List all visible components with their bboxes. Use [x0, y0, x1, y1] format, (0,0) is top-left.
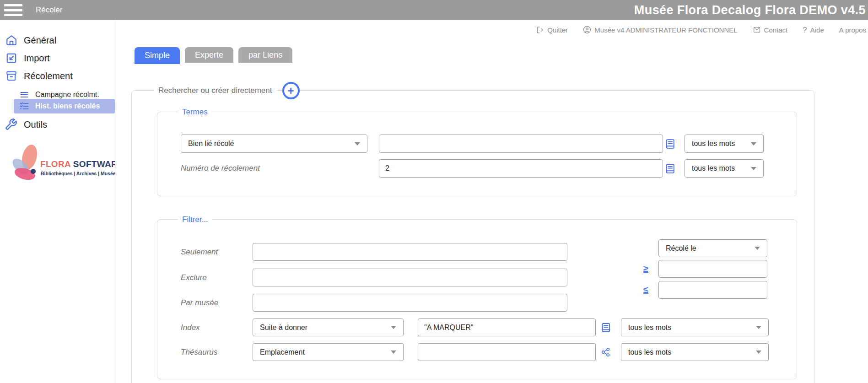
chevron-down-icon — [751, 142, 756, 146]
chevron-down-icon — [355, 142, 360, 146]
thesaurus-field-select[interactable]: Emplacement — [253, 343, 404, 361]
mail-icon — [753, 26, 761, 33]
index-lookup-button[interactable] — [664, 163, 676, 174]
main-content: Quitter Musée v4 ADMINISTRATEUR FONCTION… — [115, 20, 868, 383]
checklist-icon — [19, 102, 29, 111]
chevron-down-icon — [391, 326, 396, 329]
tab-par-liens[interactable]: par Liens — [238, 47, 292, 63]
seulement-label: Seulement — [181, 243, 218, 261]
par-musee-label: Par musée — [181, 294, 218, 312]
seulement-input[interactable] — [253, 243, 567, 261]
termes-legend: Termes — [178, 107, 212, 117]
date-field-select[interactable]: Récolé le — [658, 239, 767, 257]
logo-wordmark: FLORA SOFTWARE — [40, 159, 124, 169]
contact-link[interactable]: Contact — [753, 26, 788, 34]
wrench-icon — [5, 118, 17, 131]
app-window: Récoler Musée Flora Decalog Flora DEMO v… — [0, 0, 868, 383]
index-field-select[interactable]: Suite à donner — [253, 318, 404, 336]
module-title: Récoler — [36, 5, 63, 15]
exclure-label: Exclure — [181, 269, 207, 286]
numero-recolement-label: Numéro de récolement — [181, 159, 260, 178]
list-icon — [19, 90, 29, 99]
apropos-link[interactable]: A propos — [839, 26, 866, 34]
thesaurus-mode-select[interactable]: tous les mots — [621, 343, 769, 361]
sidebar: Général Import Récolement Campagne récol… — [0, 20, 115, 383]
app-header: Récoler Musée Flora Decalog Flora DEMO v… — [0, 0, 868, 20]
thesaurus-browse-button[interactable] — [601, 347, 610, 357]
logo-tagline: Bibliothèques | Archives | Musées — [41, 171, 118, 176]
search-group: Rechercher ou créer directement + Termes… — [131, 90, 814, 383]
sidebar-item-recolement[interactable]: Récolement — [5, 69, 73, 83]
termes-fieldset: Termes Bien lié récolé tous les mots Num… — [157, 112, 797, 196]
question-icon: ? — [803, 26, 807, 34]
sidebar-item-label: Import — [24, 53, 50, 64]
index-lookup-button[interactable] — [664, 138, 676, 150]
menu-icon[interactable] — [4, 4, 22, 16]
sidebar-item-label: Hist. biens récolés — [35, 102, 100, 110]
sidebar-item-hist-biens-recoles[interactable]: Hist. biens récolés — [14, 99, 115, 113]
chevron-down-icon — [755, 247, 760, 250]
date-to-input[interactable] — [658, 281, 767, 299]
sidebar-item-general[interactable]: Général — [5, 33, 56, 47]
create-record-button[interactable]: + — [282, 82, 300, 99]
user-menu[interactable]: Musée v4 ADMINISTRATEUR FONCTIONNEL — [583, 26, 737, 34]
numero-mode-select[interactable]: tous les mots — [685, 159, 764, 178]
import-icon — [5, 52, 17, 64]
chevron-down-icon — [751, 167, 756, 170]
sidebar-item-label: Général — [24, 35, 56, 46]
chevron-down-icon — [756, 326, 761, 329]
share-icon — [601, 347, 610, 357]
flora-software-logo: FLORA SOFTWARE Bibliothèques | Archives … — [5, 143, 113, 191]
chevron-down-icon — [391, 351, 396, 354]
book-icon — [600, 322, 611, 333]
index-value-input[interactable] — [418, 318, 596, 336]
sidebar-item-label: Récolement — [24, 71, 73, 81]
par-musee-input[interactable] — [253, 294, 567, 312]
app-title: Musée Flora Decalog Flora DEMO v4.5 — [634, 3, 866, 17]
filtrer-legend: Filtrer... — [178, 215, 212, 225]
gte-link[interactable]: ≥ — [643, 260, 648, 278]
book-icon — [664, 138, 676, 150]
sidebar-item-outils[interactable]: Outils — [5, 117, 47, 132]
filtrer-fieldset: Filtrer... Seulement Exclure Par musée I… — [157, 219, 797, 379]
sidebar-item-import[interactable]: Import — [5, 51, 50, 65]
term-value-input[interactable] — [379, 135, 663, 153]
thesaurus-label: Thésaurus — [181, 343, 217, 361]
aide-link[interactable]: ? Aide — [803, 26, 824, 34]
index-lookup-button[interactable] — [600, 322, 611, 333]
quitter-link[interactable]: Quitter — [536, 26, 568, 34]
index-mode-select[interactable]: tous les mots — [621, 318, 769, 336]
exclure-input[interactable] — [253, 269, 567, 286]
search-tabs: Simple Experte par Liens — [135, 47, 292, 64]
logo-dot — [31, 169, 36, 174]
tab-simple[interactable]: Simple — [135, 47, 180, 64]
plus-icon: + — [287, 85, 294, 97]
logout-icon — [536, 26, 544, 34]
term-field-select[interactable]: Bien lié récolé — [181, 135, 367, 153]
toolbar: Quitter Musée v4 ADMINISTRATEUR FONCTION… — [536, 26, 866, 34]
chevron-down-icon — [756, 351, 761, 354]
search-group-title: Rechercher ou créer directement — [154, 85, 277, 96]
sidebar-item-label: Campagne récolmt. — [35, 91, 99, 99]
book-icon — [664, 163, 676, 174]
home-icon — [5, 34, 17, 46]
sidebar-item-label: Outils — [24, 119, 47, 130]
archive-icon — [5, 70, 17, 82]
search-group-legend: Rechercher ou créer directement + — [154, 82, 300, 99]
date-from-input[interactable] — [658, 260, 767, 278]
tab-experte[interactable]: Experte — [185, 47, 233, 63]
lte-link[interactable]: ≤ — [643, 281, 648, 299]
thesaurus-value-input[interactable] — [418, 343, 596, 361]
user-icon — [583, 26, 591, 34]
numero-recolement-input[interactable] — [379, 159, 663, 178]
term-mode-select[interactable]: tous les mots — [685, 135, 764, 153]
index-label: Index — [181, 318, 200, 336]
